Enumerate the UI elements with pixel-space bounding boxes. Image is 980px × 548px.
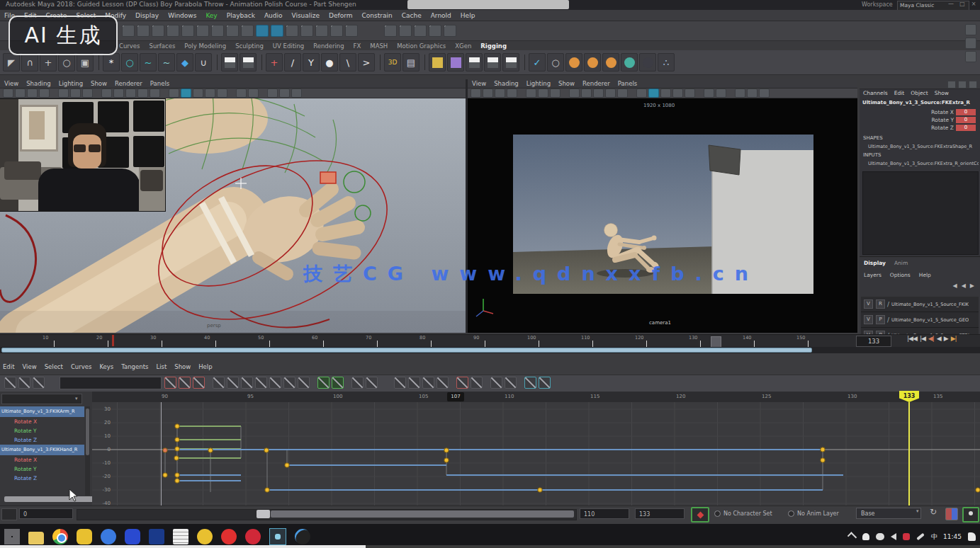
taskbar-vscode[interactable] — [149, 529, 164, 544]
menu-audio[interactable]: Audio — [264, 12, 283, 19]
input-connections-icon[interactable] — [330, 25, 343, 37]
menu-show[interactable]: Show — [174, 363, 191, 370]
cached-playback-fill[interactable] — [1, 348, 812, 353]
menu-deform[interactable]: Deform — [329, 12, 352, 19]
menu-fx[interactable]: FX — [354, 42, 361, 50]
bezier-curve-icon[interactable]: ~ — [158, 53, 175, 72]
menu-arnold[interactable]: Arnold — [431, 12, 451, 19]
graph-editor-filter-field[interactable] — [1, 394, 82, 404]
maximize-button[interactable]: □ — [958, 1, 967, 7]
step-tangents-icon[interactable] — [227, 377, 239, 389]
dope-sheet-icon[interactable] — [394, 377, 406, 389]
lock-camera-icon[interactable] — [15, 89, 26, 98]
layout-two-icon[interactable] — [484, 53, 501, 72]
gate-mask-icon[interactable] — [605, 89, 616, 98]
playback-loop-icon[interactable]: ↻ — [930, 507, 937, 517]
tray-bell-icon[interactable] — [862, 533, 869, 540]
selection-mask-object-icon[interactable] — [152, 25, 164, 37]
panel-history-icon[interactable] — [947, 81, 956, 89]
ge-move-key-icon[interactable] — [4, 377, 16, 389]
menu-help[interactable]: Help — [198, 363, 212, 370]
layer-menu-layers[interactable]: Layers — [864, 272, 882, 278]
layer-type-toggle[interactable]: P — [876, 315, 885, 324]
channel-box-toggle-icon[interactable] — [965, 24, 976, 35]
menu-surfaces[interactable]: Surfaces — [150, 42, 176, 50]
camera-attributes-icon[interactable] — [27, 89, 38, 98]
layer-tab-anim[interactable]: Anim — [894, 260, 908, 266]
graph-editor-bookmark-marker[interactable]: 107 — [447, 392, 464, 401]
lasso-tool-icon[interactable]: ∩ — [21, 53, 38, 72]
graph-editor-curve-area[interactable] — [92, 402, 980, 506]
move-tool-icon[interactable]: + — [40, 53, 57, 72]
file-browser-icon[interactable]: ▤ — [402, 53, 419, 72]
soft-select-icon[interactable] — [300, 25, 313, 37]
taskbar-chrome[interactable] — [52, 529, 68, 544]
menu-curves[interactable]: Curves — [119, 42, 140, 50]
channel-box-menu-object[interactable]: Object — [911, 90, 928, 96]
layer-tab-display[interactable]: Display — [864, 260, 886, 266]
auto-key-toggle[interactable] — [691, 507, 709, 523]
minimize-button[interactable]: — — [947, 1, 955, 7]
range-row-menu-icon[interactable] — [1, 508, 17, 520]
control-vertex-icon[interactable]: ◆ — [176, 53, 193, 72]
layout-one-icon[interactable] — [466, 53, 483, 72]
unify-tangents-icon[interactable] — [298, 377, 310, 389]
layer-menu-options[interactable]: Options — [890, 272, 911, 278]
snap-to-view-plane-icon[interactable] — [241, 25, 254, 37]
shaded-icon[interactable] — [648, 89, 659, 98]
pre-infinity-icon[interactable] — [490, 377, 502, 389]
ge-outliner-channel[interactable]: Rotate X — [0, 455, 84, 464]
snap-to-point-icon[interactable] — [211, 25, 224, 37]
flat-tangents-icon[interactable] — [213, 377, 225, 389]
ge-outliner-channel[interactable]: Rotate Y — [0, 464, 84, 474]
character-set-radio[interactable] — [714, 510, 721, 517]
menu-display[interactable]: Display — [135, 12, 159, 19]
unmute-channel-icon[interactable] — [471, 377, 483, 389]
linear-tangents-icon[interactable] — [193, 377, 205, 389]
gate-mask-icon[interactable] — [137, 89, 148, 98]
layer-visibility-toggle[interactable]: V — [864, 299, 873, 309]
particles-icon[interactable]: ∴ — [658, 53, 675, 72]
standard-surface-icon[interactable] — [565, 53, 582, 72]
go-to-start-button[interactable]: |◀◀ — [907, 335, 917, 342]
xray-icon[interactable] — [279, 89, 290, 98]
textured-icon[interactable] — [193, 89, 203, 98]
menu-xgen[interactable]: XGen — [455, 42, 471, 50]
frame-playback-icon[interactable] — [332, 377, 344, 389]
select-tool-icon[interactable]: ◤ — [3, 53, 20, 72]
graph-editor-filter-arrow-icon[interactable]: ▾ — [75, 396, 78, 401]
isolate-select-icon[interactable] — [735, 89, 745, 98]
taskbar-maya-active[interactable] — [269, 528, 286, 545]
scale-tool-icon[interactable]: ▣ — [77, 53, 94, 72]
playback-end-field[interactable]: 110 — [580, 508, 629, 519]
layer-menu-help[interactable]: Help — [919, 272, 931, 278]
channel-value-field[interactable]: 0 — [956, 117, 976, 123]
script-editor-icon[interactable] — [945, 508, 958, 520]
break-tangents-icon[interactable] — [283, 377, 295, 389]
bookmarks-icon[interactable] — [507, 89, 517, 98]
grease-pencil-icon[interactable] — [550, 89, 561, 98]
time-slider[interactable]: 102030405060708090100110120130140150 — [0, 334, 980, 348]
taskbar-app-indigo[interactable] — [125, 529, 140, 544]
normalize-curves-icon[interactable] — [539, 377, 551, 389]
menu-rigging[interactable]: Rigging — [480, 42, 507, 50]
post-infinity-icon[interactable] — [505, 377, 517, 389]
arc-tool-icon[interactable]: ∪ — [195, 53, 212, 72]
menu-renderer[interactable]: Renderer — [582, 80, 610, 87]
render-view-icon[interactable] — [384, 25, 397, 37]
menu-lighting[interactable]: Lighting — [526, 80, 551, 87]
right-viewport-camera[interactable]: 1920 x 1080 camera1 — [468, 98, 857, 333]
center-view-icon[interactable] — [351, 377, 364, 389]
taskbar-app-yellow[interactable] — [197, 529, 213, 544]
close-button[interactable]: × — [969, 1, 978, 7]
selected-control-box[interactable] — [320, 172, 336, 183]
hik-character-icon[interactable]: 3D — [384, 53, 401, 72]
curve-smoothness-icon[interactable] — [524, 377, 536, 389]
menu-sculpting[interactable]: Sculpting — [235, 42, 264, 50]
select-camera-icon[interactable] — [3, 89, 13, 98]
reflection-icon[interactable] — [315, 25, 328, 37]
three-view-button-icon[interactable] — [240, 53, 257, 72]
tray-pen-icon[interactable] — [916, 533, 925, 541]
menu-renderer[interactable]: Renderer — [115, 80, 142, 87]
pause-viewport-icon[interactable] — [444, 25, 456, 37]
